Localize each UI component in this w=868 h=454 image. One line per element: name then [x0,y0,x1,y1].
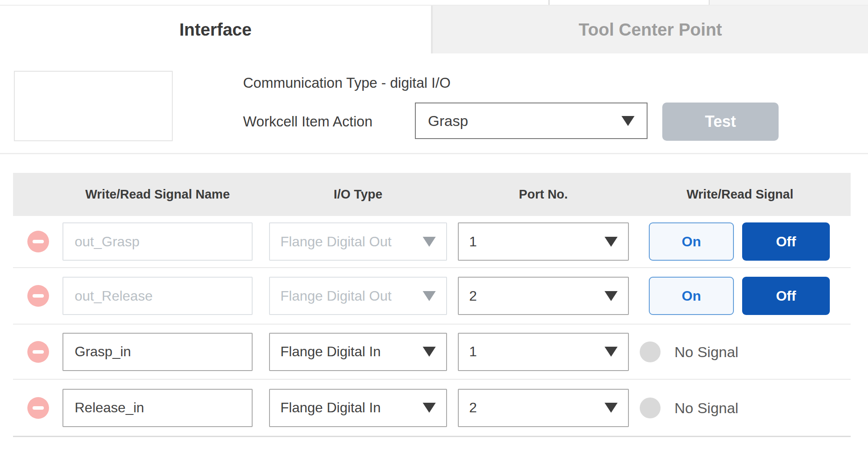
signal-status-label: No Signal [674,389,738,427]
minus-icon [33,294,44,298]
test-button[interactable]: Test [662,103,779,141]
port-no-select[interactable]: 2 [458,389,629,427]
column-header-io-type: I/O Type [269,173,447,216]
io-type-value: Flange Digital In [280,344,381,360]
tab-interface[interactable]: Interface [0,6,431,53]
port-no-value: 1 [469,344,477,360]
port-no-select[interactable]: 1 [458,333,629,371]
chevron-down-icon [423,347,436,357]
signal-name-input [62,222,253,261]
section-divider [0,153,868,154]
io-type-value: Flange Digital Out [280,288,391,304]
io-type-value: Flange Digital Out [280,234,391,250]
signal-off-button[interactable]: Off [742,277,830,315]
chevron-down-icon [605,347,618,357]
table-header: Write/Read Signal Name I/O Type Port No.… [13,173,851,216]
column-header-write-read-signal: Write/Read Signal [640,173,840,216]
top-strip-segment [709,0,868,5]
remove-row-button[interactable] [27,231,49,252]
table-row: Flange Digital In 1 No Signal [13,324,851,379]
signal-name-input [62,277,253,315]
minus-icon [33,240,44,243]
column-header-port-no: Port No. [458,173,629,216]
minus-icon [33,350,44,354]
tab-tool-center-point[interactable]: Tool Center Point [433,6,868,53]
io-type-select: Flange Digital Out [269,222,447,261]
signal-status-label: No Signal [674,333,738,371]
row-content: Flange Digital In 1 No Signal [13,333,851,371]
port-no-value: 2 [469,400,477,416]
communication-type-text: Communication Type - digital I/O [243,75,450,91]
signal-name-input[interactable] [62,389,253,427]
signal-on-button[interactable]: On [649,277,734,315]
io-type-select: Flange Digital Out [269,277,447,315]
port-no-value: 1 [469,234,477,250]
signal-status-indicator [640,398,661,418]
minus-icon [33,406,44,410]
io-type-select[interactable]: Flange Digital In [269,333,447,371]
io-type-value: Flange Digital In [280,400,381,416]
port-no-value: 2 [469,288,477,304]
port-no-select[interactable]: 2 [458,277,629,315]
row-content: Flange Digital Out 2 On Off [13,277,851,315]
chevron-down-icon [605,403,618,413]
remove-row-button[interactable] [27,397,49,419]
row-content: Flange Digital Out 1 On Off [13,222,851,261]
port-no-select[interactable]: 1 [458,222,629,261]
chevron-down-icon [423,237,436,247]
table-row: Flange Digital In 2 No Signal [13,379,851,436]
row-content: Flange Digital In 2 No Signal [13,389,851,427]
gripper-image-placeholder [14,71,173,141]
chevron-down-icon [423,291,436,301]
workcell-item-action-select[interactable]: Grasp [415,103,648,139]
column-header-signal-name: Write/Read Signal Name [62,173,253,216]
chevron-down-icon [423,403,436,413]
gripper-interface-page: Interface Tool Center Point Communicatio… [0,0,868,454]
signal-off-button[interactable]: Off [742,222,830,261]
top-strip-divider [709,0,710,5]
workcell-item-action-label: Workcell Item Action [243,103,372,141]
workcell-item-action-value: Grasp [428,113,468,129]
top-strip-divider [549,0,549,5]
signal-on-button[interactable]: On [649,222,734,261]
chevron-down-icon [605,291,618,301]
signal-status-indicator [640,341,661,362]
remove-row-button[interactable] [27,341,49,363]
remove-row-button[interactable] [27,285,49,307]
top-strip [0,0,868,6]
chevron-down-icon [605,237,618,247]
table-row: Flange Digital Out 1 On Off [13,216,851,267]
tab-bar: Interface Tool Center Point [0,6,868,53]
chevron-down-icon [621,116,635,126]
table-bottom-border [13,436,851,437]
io-type-select[interactable]: Flange Digital In [269,389,447,427]
table-row: Flange Digital Out 2 On Off [13,267,851,324]
signal-name-input[interactable] [62,333,253,371]
